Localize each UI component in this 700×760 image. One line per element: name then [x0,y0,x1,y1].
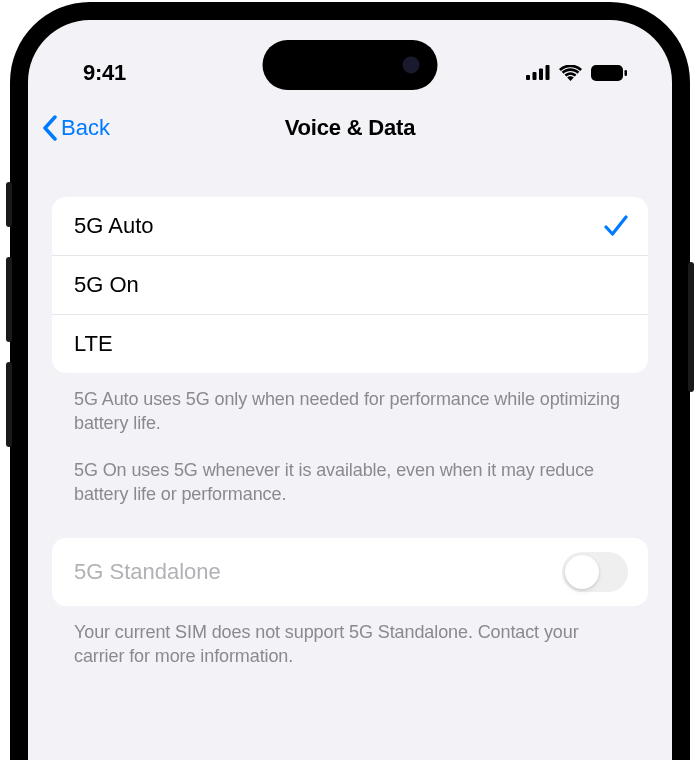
option-5g-auto[interactable]: 5G Auto [52,197,648,256]
description-5g-auto: 5G Auto uses 5G only when needed for per… [52,373,648,436]
cellular-icon [526,65,550,80]
status-icons [526,65,627,81]
toggle-knob [565,555,599,589]
svg-rect-0 [526,75,530,80]
toggle-label: 5G Standalone [74,559,221,585]
status-time: 9:41 [83,60,126,86]
phone-side-button [688,262,694,392]
option-label: 5G Auto [74,213,154,239]
content: 5G Auto 5G On LTE 5G Auto uses 5G only w… [28,155,672,669]
option-lte[interactable]: LTE [52,315,648,373]
description-5g-standalone: Your current SIM does not support 5G Sta… [52,606,648,669]
svg-rect-4 [591,65,623,81]
toggle-group: 5G Standalone [52,538,648,606]
battery-icon [591,65,627,81]
page-title: Voice & Data [285,115,415,141]
svg-rect-2 [539,69,543,81]
phone-side-button [6,257,12,342]
dynamic-island [263,40,438,90]
phone-side-button [6,362,12,447]
toggle-5g-standalone[interactable]: 5G Standalone [52,538,648,606]
option-label: LTE [74,331,113,357]
phone-side-button [6,182,12,227]
svg-rect-3 [546,65,550,80]
option-label: 5G On [74,272,139,298]
back-button[interactable]: Back [42,115,110,141]
svg-rect-5 [625,70,628,76]
screen: 9:41 [28,20,672,760]
nav-bar: Back Voice & Data [28,100,672,155]
chevron-left-icon [42,115,58,141]
phone-frame: 9:41 [10,2,690,760]
toggle-switch[interactable] [562,552,628,592]
wifi-icon [559,65,582,81]
option-group: 5G Auto 5G On LTE [52,197,648,373]
svg-rect-1 [533,72,537,80]
option-5g-on[interactable]: 5G On [52,256,648,315]
back-label: Back [61,115,110,141]
checkmark-icon [604,215,628,237]
description-5g-on: 5G On uses 5G whenever it is available, … [52,436,648,507]
